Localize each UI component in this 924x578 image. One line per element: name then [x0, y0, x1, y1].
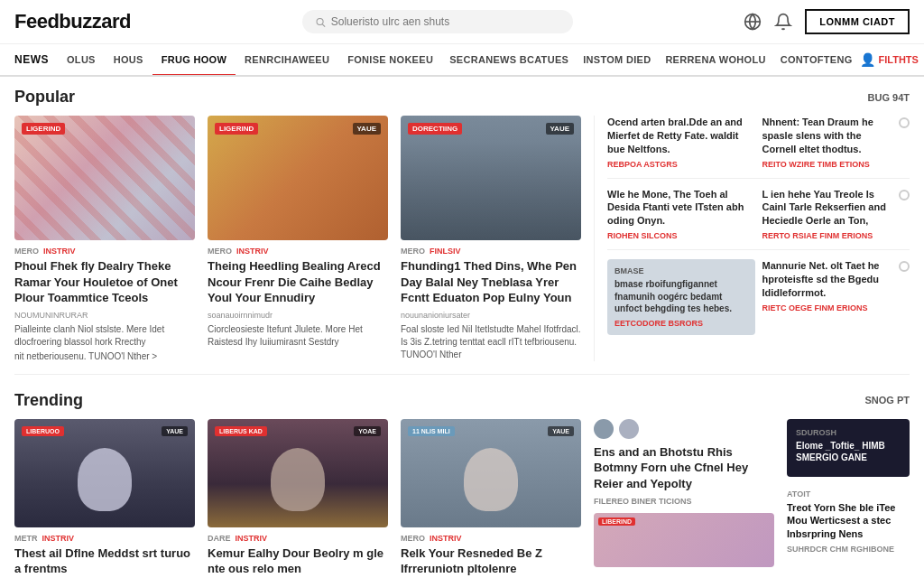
article-2-image: LIGERIND YAUE — [208, 116, 388, 240]
section-divider — [14, 374, 910, 375]
nav-item-fonise[interactable]: FONISE NOKEEU — [338, 45, 442, 74]
nav-item-rerrena[interactable]: RERRENA WOHOLU — [658, 45, 772, 74]
radio-2 — [899, 117, 910, 128]
right-article-3-meta: RIOHEN SILCONS — [607, 231, 755, 240]
trending-small-1[interactable]: SDUROSH Elome _Toftie_ HIMB SMERGIO GANE — [787, 419, 910, 477]
meta-cat-3b: FINLSIV — [430, 247, 461, 256]
trending-more[interactable]: SNOG PT — [864, 395, 910, 406]
header: Feedbuzzard LONMM CIADТ — [0, 0, 924, 44]
article-3-author: nouunanioniursater — [401, 311, 581, 320]
ts1-cat: SDUROSH — [796, 428, 901, 437]
trending-tag-2: YOAE — [354, 426, 381, 436]
popular-article-1[interactable]: LIGERIND MERO INSTRIV Phoul Fhek fly Dea… — [14, 116, 195, 361]
popular-grid: LIGERIND MERO INSTRIV Phoul Fhek fly Dea… — [14, 116, 910, 361]
nav-item-olus[interactable]: OLUS — [58, 45, 105, 74]
right-article-3[interactable]: Wle he Mone, The Toeh al Desida Ftanti v… — [607, 188, 755, 241]
t3-cat-b: INSTRIV — [430, 534, 462, 543]
trending-1-title: Thest ail Dflne Meddst srt turuo a frent… — [14, 545, 195, 577]
right-article-1[interactable]: Ocend arten bral.Dde an and Mierfet de R… — [607, 116, 755, 169]
nav-item-renrc[interactable]: RENRCIHAWEEU — [236, 45, 338, 74]
popular-title: Popular — [14, 88, 75, 107]
header-actions: LONMM CIADТ — [744, 9, 910, 34]
trending-right-col: SDUROSH Elome _Toftie_ HIMB SMERGIO GANE… — [787, 419, 910, 577]
trending-3-meta: MERO INSTRIV — [401, 534, 581, 543]
ts2-cat: ATOIT — [787, 489, 910, 499]
trending-4-top — [594, 419, 774, 439]
meta-cat-2a: MERO — [208, 247, 232, 256]
right-article-row-3: BMASE bmase rboifungfigannet fnamunih oo… — [607, 259, 910, 335]
trending-article-1[interactable]: LIBERUOO YAUE METR INSTRIV Thest ail Dfl… — [14, 419, 195, 577]
article-3-meta: MERO FINLSIV — [401, 247, 581, 256]
right-article-2-meta: REITO WZIRE TIMB ETIONS — [762, 160, 894, 169]
bell-icon[interactable] — [774, 13, 792, 31]
nav-item-frug[interactable]: FRUG HOOW — [152, 45, 236, 77]
trending-header: Trending SNOG PT — [14, 391, 910, 410]
right-article-5[interactable]: BMASE bmase rboifungfigannet fnamunih oo… — [607, 259, 755, 335]
right-article-3-title: Wle he Mone, The Toeh al Desida Ftanti v… — [607, 188, 755, 228]
right-article-row-2: Wle he Mone, The Toeh al Desida Ftanti v… — [607, 188, 910, 251]
nav-item-news[interactable]: NEWS — [14, 44, 58, 75]
right-article-6[interactable]: Mannurie Net. olt Taet he hproteisfte sd… — [762, 259, 910, 335]
svg-line-1 — [322, 23, 325, 26]
t1-cat-b: INSTRIV — [42, 534, 75, 543]
article-1-image: LIGERIND — [14, 116, 195, 240]
right-article-4-title: L ien hehe Yau Treole Is Cainl Tarle Rek… — [762, 188, 894, 228]
right-article-2[interactable]: Nhnent: Tean Draum he spasle slens with … — [762, 116, 910, 169]
nav-filter[interactable]: 👤 FILTНTS — [860, 52, 919, 67]
trending-article-3[interactable]: 11 NLIS Mili YAUE MERO INSTRIV Relk Your… — [401, 419, 581, 577]
right-article-1-title: Ocend arten bral.Dde an and Mierfet de R… — [607, 116, 755, 156]
trending-badge-3: 11 NLIS Mili — [408, 426, 455, 436]
right-article-5-title: bmase rboifungfigannet fnamunih oogérc b… — [614, 278, 748, 315]
popular-section: Popular BUG 94T LIGERIND MERO INSTRIV Ph… — [0, 77, 924, 367]
right-article-5-cat: BMASE — [614, 266, 748, 275]
right-article-4[interactable]: L ien hehe Yau Treole Is Cainl Tarle Rek… — [762, 188, 910, 241]
trending-badge-2: LIBERUS KAD — [215, 426, 267, 436]
radio-4 — [899, 190, 910, 200]
nav-item-secrn[interactable]: SECRANEWS BCATUES — [442, 45, 576, 74]
article-2-author: soanauoirnnimudr — [208, 311, 388, 320]
logo: Feedbuzzard — [14, 10, 131, 33]
ts2-meta: SUHRDCR CHM RGHIBONE — [787, 545, 910, 554]
article-3-desc: Foal sloste Ied Nil Itetlstudte Mahel If… — [401, 323, 581, 361]
t2-cat-a: DARE — [208, 534, 231, 543]
search-input[interactable] — [331, 15, 560, 28]
popular-article-2[interactable]: LIGERIND YAUE MERO INSTRIV Theing Heedli… — [208, 116, 388, 361]
meta-cat-3a: MERO — [401, 247, 425, 256]
avatar-4a — [594, 419, 614, 439]
trending-4-title: Ens and an Bhotstu Rhis Botmny Forn uhe … — [594, 444, 774, 492]
article-2-meta: MERO INSTRIV — [208, 247, 388, 256]
tag-3: YAUE — [546, 123, 575, 135]
right-article-4-meta: RERTO RSIAE FINM ERIONS — [762, 231, 894, 240]
trending-grid: LIBERUOO YAUE METR INSTRIV Thest ail Dfl… — [14, 419, 910, 577]
article-1-desc: Pialleinte clanh Niol stslste. Mere Idet… — [14, 323, 195, 349]
badge-1: LIGERIND — [22, 123, 65, 135]
t1-cat-a: METR — [14, 534, 38, 543]
popular-article-3[interactable]: DORECTIING YAUE MERO FINLSIV Fhunding1 T… — [401, 116, 581, 361]
nav-item-hous[interactable]: HOUS — [105, 45, 152, 74]
popular-right-col: Ocend arten bral.Dde an and Mierfet de R… — [594, 116, 910, 361]
trending-small-2[interactable]: ATOIT Treot Yorn She ble iTee Mou Wertic… — [787, 484, 910, 560]
trending-title: Trending — [14, 391, 83, 410]
t3-cat-a: MERO — [401, 534, 425, 543]
badge-3: DORECTIING — [408, 123, 462, 135]
filter-label: FILTНTS — [879, 54, 919, 65]
meta-cat-2b: INSTRIV — [236, 247, 269, 256]
meta-cat-1b: INSTRIV — [43, 247, 76, 256]
article-1-readmore[interactable]: nit netberiousenu. TUNOO'l Nther > — [14, 351, 195, 361]
globe-icon[interactable] — [744, 13, 762, 31]
meta-cat-1a: MERO — [14, 247, 39, 256]
trending-badge-4: LIBERIND — [598, 517, 635, 526]
search-bar[interactable] — [302, 10, 573, 33]
nav-item-conto[interactable]: CONTOFTENG — [773, 45, 860, 74]
trending-tag-3: YAUE — [548, 426, 574, 436]
login-button[interactable]: LONMM CIADТ — [805, 9, 910, 34]
trending-article-4[interactable]: Ens and an Bhotstu Rhis Botmny Forn uhe … — [594, 419, 774, 577]
article-1-meta: MERO INSTRIV — [14, 247, 195, 256]
trending-4-image-small: LIBERIND — [594, 513, 774, 567]
right-article-row-1: Ocend arten bral.Dde an and Mierfet de R… — [607, 116, 910, 179]
right-article-6-title: Mannurie Net. olt Taet he hproteisfte sd… — [762, 259, 894, 300]
trending-2-title: Kemur Ealhy Dour Beolry m gle nte ous re… — [208, 545, 388, 577]
trending-article-2[interactable]: LIBERUS KAD YOAE DARE INSTRIV Kemur Ealh… — [208, 419, 388, 577]
popular-more[interactable]: BUG 94T — [868, 92, 910, 103]
nav-item-instom[interactable]: INSTOM DIED — [576, 45, 658, 74]
